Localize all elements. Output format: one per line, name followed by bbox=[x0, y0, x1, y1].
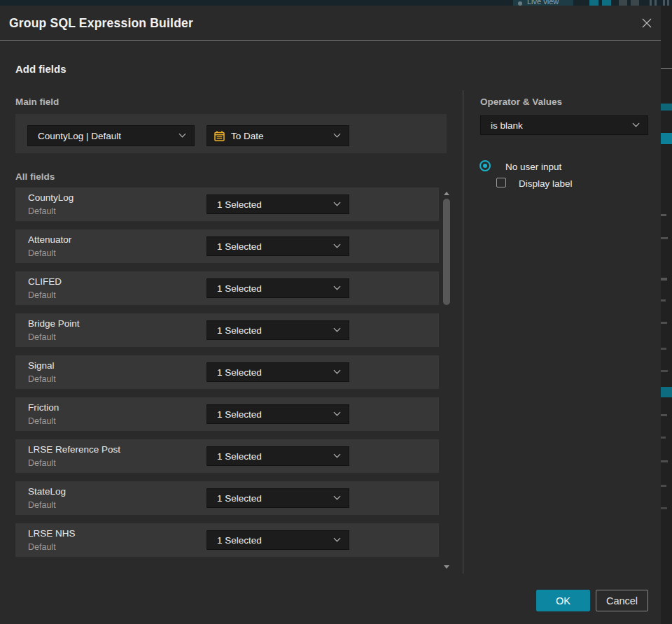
background-fragment bbox=[663, 0, 665, 6]
main-field-select[interactable]: CountyLog | Default bbox=[27, 125, 195, 146]
background-fragment bbox=[661, 414, 667, 416]
field-source: Default bbox=[28, 332, 56, 342]
background-fragment bbox=[661, 437, 666, 439]
background-fragment bbox=[631, 0, 639, 6]
background-fragment bbox=[619, 0, 627, 6]
chevron-down-icon bbox=[334, 451, 341, 458]
group-sql-expression-builder-dialog: Group SQL Expression Builder Add fields … bbox=[0, 6, 661, 624]
background-fragment bbox=[661, 237, 668, 239]
background-fragment bbox=[661, 68, 672, 69]
main-field-select-value: CountyLog | Default bbox=[38, 131, 121, 141]
background-fragment bbox=[661, 299, 666, 302]
radio-selected-dot bbox=[483, 164, 487, 168]
chevron-down-icon bbox=[334, 131, 341, 138]
field-source: Default bbox=[28, 206, 56, 216]
selected-count: 1 Selected bbox=[217, 451, 262, 462]
selected-count: 1 Selected bbox=[217, 409, 262, 420]
field-source: Default bbox=[28, 290, 56, 300]
field-selected-dropdown[interactable]: 1 Selected bbox=[206, 278, 349, 298]
background-fragment bbox=[661, 460, 668, 462]
background-fragment bbox=[661, 485, 666, 487]
background-fragment bbox=[602, 0, 611, 6]
selected-count: 1 Selected bbox=[217, 199, 262, 210]
background-fragment bbox=[661, 507, 667, 509]
add-fields-heading: Add fields bbox=[15, 63, 66, 75]
background-fragment bbox=[661, 370, 668, 372]
no-user-input-radio[interactable] bbox=[479, 160, 491, 171]
cancel-button[interactable]: Cancel bbox=[596, 590, 648, 611]
field-source: Default bbox=[28, 500, 56, 510]
field-selected-dropdown[interactable]: 1 Selected bbox=[206, 446, 349, 466]
background-panel-sliver bbox=[661, 6, 672, 624]
screen: Live view Group SQL Expression Builder bbox=[0, 0, 672, 624]
chevron-down-icon bbox=[334, 367, 341, 374]
all-fields-label: All fields bbox=[15, 171, 55, 182]
background-fragment bbox=[650, 0, 652, 6]
no-user-input-label: No user input bbox=[505, 162, 561, 172]
background-fragment bbox=[661, 133, 672, 144]
scroll-down-icon[interactable] bbox=[444, 565, 449, 569]
operator-select[interactable]: is blank bbox=[480, 115, 648, 135]
panel-divider bbox=[463, 90, 463, 574]
main-field-label: Main field bbox=[15, 97, 59, 107]
chevron-down-icon bbox=[334, 535, 341, 542]
field-selected-dropdown[interactable]: 1 Selected bbox=[206, 488, 349, 508]
field-source: Default bbox=[28, 374, 56, 384]
selected-count: 1 Selected bbox=[217, 367, 262, 378]
background-fragment bbox=[661, 322, 667, 324]
live-view-label: Live view bbox=[527, 0, 559, 6]
chevron-down-icon bbox=[334, 409, 341, 416]
chevron-down-icon bbox=[179, 131, 186, 138]
main-field-date-select[interactable]: To Date bbox=[206, 125, 349, 146]
close-icon[interactable] bbox=[638, 15, 656, 33]
scroll-up-icon[interactable] bbox=[444, 192, 449, 195]
chevron-down-icon bbox=[334, 241, 341, 248]
ok-button[interactable]: OK bbox=[536, 590, 590, 611]
field-selected-dropdown[interactable]: 1 Selected bbox=[206, 530, 349, 550]
field-name: Signal bbox=[28, 360, 55, 371]
chevron-down-icon bbox=[334, 199, 341, 206]
background-fragment bbox=[661, 348, 666, 350]
operator-select-value: is blank bbox=[491, 120, 523, 131]
dialog-header: Group SQL Expression Builder bbox=[0, 6, 661, 41]
field-name: Bridge Point bbox=[28, 318, 80, 329]
live-view-toggle: Live view bbox=[513, 0, 573, 6]
chevron-down-icon bbox=[633, 120, 640, 127]
field-selected-dropdown[interactable]: 1 Selected bbox=[206, 320, 349, 340]
field-name: StateLog bbox=[28, 486, 66, 497]
selected-count: 1 Selected bbox=[217, 283, 262, 294]
dialog-title: Group SQL Expression Builder bbox=[9, 6, 193, 41]
background-fragment bbox=[661, 278, 667, 281]
background-toolbar: Live view bbox=[0, 0, 672, 6]
background-fragment bbox=[661, 104, 672, 111]
chevron-down-icon bbox=[334, 283, 341, 290]
field-name: LRSE NHS bbox=[28, 528, 76, 539]
field-name: CLIFED bbox=[28, 276, 62, 287]
field-name: CountyLog bbox=[28, 192, 74, 203]
display-label-checkbox[interactable] bbox=[496, 178, 506, 187]
background-fragment bbox=[661, 387, 672, 397]
background-fragment bbox=[661, 214, 666, 216]
field-selected-dropdown[interactable]: 1 Selected bbox=[206, 404, 349, 424]
selected-count: 1 Selected bbox=[217, 535, 262, 546]
fields-list-scrollbar[interactable] bbox=[442, 190, 452, 570]
selected-count: 1 Selected bbox=[217, 325, 262, 336]
field-selected-dropdown[interactable]: 1 Selected bbox=[206, 362, 349, 382]
background-fragment bbox=[654, 0, 657, 6]
chevron-down-icon bbox=[334, 493, 341, 500]
field-name: Friction bbox=[28, 402, 59, 413]
calendar-icon bbox=[214, 130, 225, 144]
background-fragment bbox=[667, 0, 669, 6]
field-source: Default bbox=[28, 416, 56, 426]
field-selected-dropdown[interactable]: 1 Selected bbox=[206, 236, 349, 256]
field-name: Attenuator bbox=[28, 234, 71, 245]
scrollbar-thumb[interactable] bbox=[443, 199, 450, 305]
field-source: Default bbox=[28, 542, 56, 552]
field-selected-dropdown[interactable]: 1 Selected bbox=[206, 194, 349, 214]
field-name: LRSE Reference Post bbox=[28, 444, 120, 455]
field-source: Default bbox=[28, 248, 56, 258]
display-label-text: Display label bbox=[519, 178, 573, 189]
background-fragment bbox=[589, 0, 598, 6]
main-field-date-value: To Date bbox=[231, 131, 264, 141]
field-source: Default bbox=[28, 458, 56, 468]
